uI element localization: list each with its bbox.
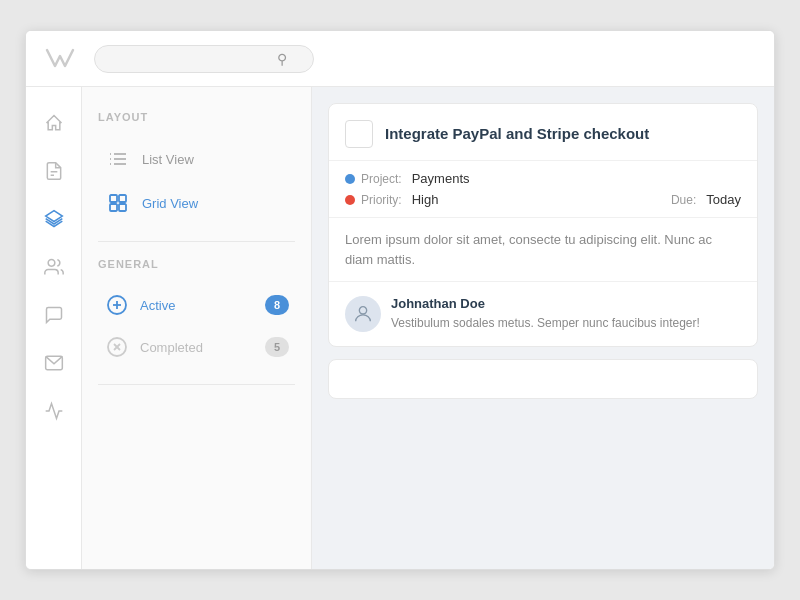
- task-card: Integrate PayPal and Stripe checkout Pro…: [328, 103, 758, 347]
- filter-completed[interactable]: Completed 5: [98, 326, 295, 368]
- filter-completed-badge: 5: [265, 337, 289, 357]
- grid-view-label: Grid View: [142, 196, 198, 211]
- sidebar-panel: LAYOUT List View: [82, 87, 312, 569]
- due-key: Due:: [671, 193, 696, 207]
- list-view-icon: [104, 145, 132, 173]
- task-comment: Johnathan Doe Vestibulum sodales metus. …: [329, 282, 757, 346]
- svg-rect-13: [110, 204, 117, 211]
- list-view-label: List View: [142, 152, 194, 167]
- add-circle-icon: [104, 292, 130, 318]
- search-input[interactable]: [107, 51, 277, 66]
- bottom-input-card[interactable]: [328, 359, 758, 399]
- svg-point-3: [48, 260, 55, 267]
- divider-1: [98, 241, 295, 242]
- search-icon: ⚲: [277, 51, 287, 67]
- sidebar-item-analytics[interactable]: [34, 391, 74, 431]
- body: LAYOUT List View: [26, 87, 774, 569]
- project-key: Project:: [361, 172, 402, 186]
- priority-meta-row: Priority: High Due: Today: [345, 192, 741, 207]
- filter-active-badge: 8: [265, 295, 289, 315]
- svg-rect-12: [119, 195, 126, 202]
- task-checkbox[interactable]: [345, 120, 373, 148]
- task-description: Lorem ipsum dolor sit amet, consecte tu …: [329, 218, 757, 282]
- project-dot: [345, 174, 355, 184]
- priority-value: High: [412, 192, 439, 207]
- task-meta: Project: Payments Priority: High Due: To…: [329, 161, 757, 218]
- header: ⚲: [26, 31, 774, 87]
- svg-point-21: [359, 307, 366, 314]
- layout-option-list[interactable]: List View: [98, 137, 295, 181]
- general-section-label: GENERAL: [98, 258, 295, 270]
- sidebar-item-comments[interactable]: [34, 295, 74, 335]
- comment-body: Johnathan Doe Vestibulum sodales metus. …: [391, 296, 700, 332]
- sidebar-item-users[interactable]: [34, 247, 74, 287]
- sidebar-item-files[interactable]: [34, 151, 74, 191]
- logo: [42, 41, 78, 77]
- layout-option-grid[interactable]: Grid View: [98, 181, 295, 225]
- sidebar-icons: [26, 87, 82, 569]
- svg-rect-11: [110, 195, 117, 202]
- layout-section-label: LAYOUT: [98, 111, 295, 123]
- main-content: Integrate PayPal and Stripe checkout Pro…: [312, 87, 774, 569]
- task-card-header: Integrate PayPal and Stripe checkout: [329, 104, 757, 161]
- due-value: Today: [706, 192, 741, 207]
- filter-completed-label: Completed: [140, 340, 255, 355]
- filter-active[interactable]: Active 8: [98, 284, 295, 326]
- sidebar-item-layers[interactable]: [34, 199, 74, 239]
- comment-text: Vestibulum sodales metus. Semper nunc fa…: [391, 314, 700, 332]
- commenter-name: Johnathan Doe: [391, 296, 700, 311]
- avatar: [345, 296, 381, 332]
- project-value: Payments: [412, 171, 470, 186]
- search-bar[interactable]: ⚲: [94, 45, 314, 73]
- svg-rect-14: [119, 204, 126, 211]
- sidebar-item-home[interactable]: [34, 103, 74, 143]
- close-circle-icon: [104, 334, 130, 360]
- grid-view-icon: [104, 189, 132, 217]
- priority-dot: [345, 195, 355, 205]
- project-meta-row: Project: Payments: [345, 171, 741, 186]
- filter-active-label: Active: [140, 298, 255, 313]
- task-title: Integrate PayPal and Stripe checkout: [385, 124, 649, 144]
- priority-key: Priority:: [361, 193, 402, 207]
- divider-2: [98, 384, 295, 385]
- sidebar-item-mail[interactable]: [34, 343, 74, 383]
